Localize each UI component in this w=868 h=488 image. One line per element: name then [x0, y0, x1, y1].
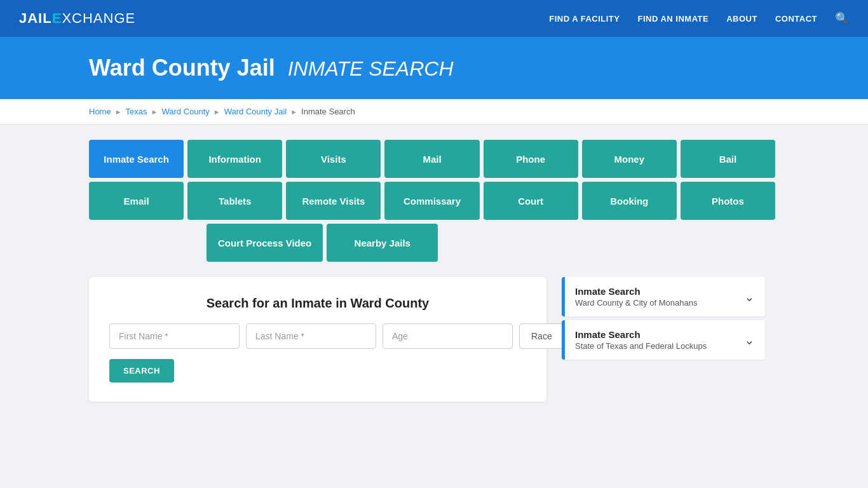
age-input[interactable]	[383, 323, 513, 349]
nav-about[interactable]: ABOUT	[726, 13, 757, 24]
search-icon[interactable]: 🔍	[835, 12, 849, 25]
btn-court[interactable]: Court	[484, 182, 578, 220]
hero-banner: Ward County Jail INMATE SEARCH	[0, 37, 868, 99]
btn-visits[interactable]: Visits	[286, 140, 381, 178]
sidebar-card-2: Inmate Search State of Texas and Federal…	[562, 320, 765, 360]
site-logo[interactable]: JAILEXCHANGE	[19, 10, 135, 27]
breadcrumb-sep-1: ►	[115, 108, 122, 116]
nav-search-icon[interactable]: 🔍	[835, 11, 849, 25]
btn-inmate-search[interactable]: Inmate Search	[89, 140, 184, 178]
search-button[interactable]: SEARCH	[109, 359, 174, 383]
btn-court-process-video[interactable]: Court Process Video	[207, 224, 323, 262]
breadcrumb-texas[interactable]: Texas	[126, 107, 147, 116]
logo-x-text: E	[52, 10, 62, 27]
btn-nearby-jails[interactable]: Nearby Jails	[327, 224, 438, 262]
sidebar-card-2-top: Inmate Search	[575, 329, 707, 340]
page-title: Ward County Jail INMATE SEARCH	[89, 55, 849, 81]
sidebar-card-1: Inmate Search Ward County & City of Mona…	[562, 277, 765, 316]
breadcrumb-sep-3: ►	[214, 108, 220, 116]
btn-photos[interactable]: Photos	[681, 182, 775, 220]
nav-find-inmate-link[interactable]: FIND AN INMATE	[637, 14, 709, 24]
breadcrumb-ward-county[interactable]: Ward County	[161, 107, 209, 116]
breadcrumb-sep-2: ►	[151, 108, 158, 116]
nav-buttons-row1: Inmate Search Information Visits Mail Ph…	[89, 140, 775, 178]
sidebar-card-1-bottom: Ward County & City of Monahans	[575, 298, 697, 308]
btn-bail[interactable]: Bail	[681, 140, 775, 178]
btn-phone[interactable]: Phone	[484, 140, 578, 178]
nav-contact-link[interactable]: CONTACT	[775, 14, 817, 24]
breadcrumb-home[interactable]: Home	[89, 107, 111, 116]
bottom-section: Search for an Inmate in Ward County Race…	[89, 277, 849, 402]
first-name-input[interactable]	[109, 323, 240, 349]
sidebar-card-1-top: Inmate Search	[575, 286, 697, 297]
sidebar-card-2-bottom: State of Texas and Federal Lockups	[575, 341, 707, 351]
btn-remote-visits[interactable]: Remote Visits	[286, 182, 381, 220]
btn-money[interactable]: Money	[582, 140, 677, 178]
nav-find-inmate[interactable]: FIND AN INMATE	[637, 13, 709, 24]
btn-mail[interactable]: Mail	[384, 140, 479, 178]
nav-buttons-row3: Court Process Video Nearby Jails	[207, 224, 486, 262]
nav-contact[interactable]: CONTACT	[775, 13, 817, 24]
sidebar-card-2-title: Inmate Search State of Texas and Federal…	[575, 329, 707, 351]
search-box-title: Search for an Inmate in Ward County	[109, 296, 526, 311]
chevron-down-icon: ⌄	[744, 289, 755, 304]
nav-find-facility[interactable]: FIND A FACILITY	[549, 13, 620, 24]
breadcrumb-jail[interactable]: Ward County Jail	[224, 107, 287, 116]
chevron-down-icon-2: ⌄	[744, 332, 755, 348]
logo-jail-text: JAIL	[19, 10, 52, 27]
sidebar-card-1-header[interactable]: Inmate Search Ward County & City of Mona…	[565, 277, 765, 316]
nav-buttons-row2: Email Tablets Remote Visits Commissary C…	[89, 182, 775, 220]
breadcrumb: Home ► Texas ► Ward County ► Ward County…	[0, 99, 868, 125]
main-content: Inmate Search Information Visits Mail Ph…	[0, 125, 868, 417]
search-box: Search for an Inmate in Ward County Race…	[89, 277, 546, 402]
navbar: JAILEXCHANGE FIND A FACILITY FIND AN INM…	[0, 0, 868, 37]
sidebar-card-1-title: Inmate Search Ward County & City of Mona…	[575, 286, 697, 308]
search-form-row: Race White Black Hispanic Asian Other	[109, 323, 526, 349]
hero-title-main: Ward County Jail	[89, 55, 275, 81]
btn-information[interactable]: Information	[187, 140, 282, 178]
sidebar: Inmate Search Ward County & City of Mona…	[562, 277, 765, 363]
logo-exchange-text: XCHANGE	[62, 10, 135, 27]
nav-find-facility-link[interactable]: FIND A FACILITY	[549, 14, 620, 24]
breadcrumb-sep-4: ►	[290, 108, 297, 116]
nav-links: FIND A FACILITY FIND AN INMATE ABOUT CON…	[549, 11, 849, 25]
btn-tablets[interactable]: Tablets	[187, 182, 282, 220]
breadcrumb-current: Inmate Search	[301, 107, 355, 116]
btn-booking[interactable]: Booking	[582, 182, 677, 220]
nav-about-link[interactable]: ABOUT	[726, 14, 757, 24]
hero-title-italic: INMATE SEARCH	[288, 57, 454, 80]
last-name-input[interactable]	[246, 323, 376, 349]
sidebar-card-2-header[interactable]: Inmate Search State of Texas and Federal…	[565, 320, 765, 360]
btn-commissary[interactable]: Commissary	[384, 182, 479, 220]
btn-email[interactable]: Email	[89, 182, 184, 220]
